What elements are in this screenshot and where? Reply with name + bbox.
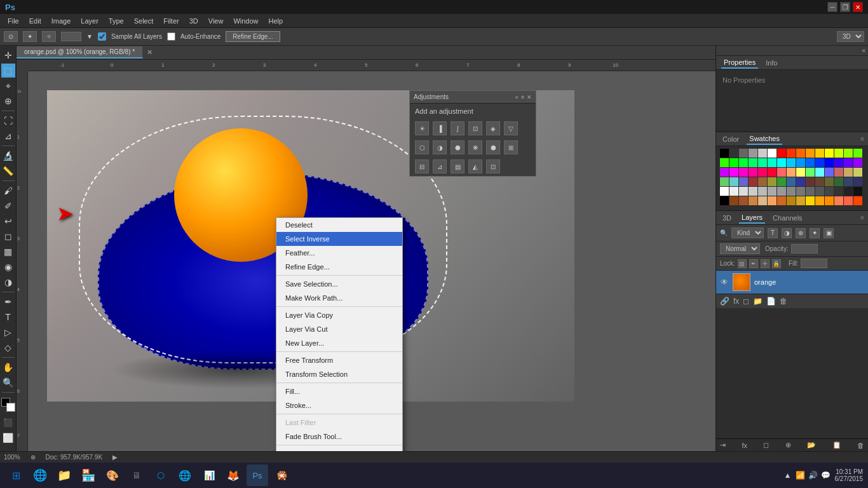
- lock-all-icon[interactable]: 🔒: [772, 259, 781, 268]
- swatch-41[interactable]: [825, 168, 834, 177]
- firefox-icon[interactable]: 🦊: [222, 464, 244, 486]
- swatch-73[interactable]: [844, 187, 853, 196]
- swatch-71[interactable]: [825, 187, 834, 196]
- ctx-fade-brush[interactable]: Fade Brush Tool...: [276, 430, 402, 444]
- layer-row[interactable]: 👁 orange: [716, 271, 868, 294]
- invert-icon[interactable]: ⊞: [504, 140, 518, 154]
- ruler-tool[interactable]: 📏: [1, 164, 15, 178]
- quick-mask-tool[interactable]: ⬛: [1, 416, 15, 430]
- ie-icon[interactable]: 🌐: [29, 464, 51, 486]
- swatch-25[interactable]: [815, 158, 824, 167]
- move-tool[interactable]: ✛: [1, 48, 15, 62]
- photo-filter-icon[interactable]: ⬣: [451, 140, 465, 154]
- tab-info[interactable]: Info: [763, 58, 780, 68]
- swatch-89[interactable]: [853, 196, 862, 205]
- swatch-47[interactable]: [739, 177, 748, 186]
- swatch-16[interactable]: [729, 158, 738, 167]
- swatch-2[interactable]: [739, 149, 748, 158]
- properties-icon[interactable]: fx: [742, 442, 747, 449]
- swatch-60[interactable]: [720, 187, 729, 196]
- text-tool[interactable]: T: [1, 310, 15, 324]
- canvas-tab[interactable]: orange.psd @ 100% (orange, RGB/8) *: [17, 46, 143, 58]
- new-group-icon[interactable]: 📁: [753, 297, 763, 306]
- hand-tool[interactable]: ✋: [1, 360, 15, 374]
- swatch-39[interactable]: [806, 168, 815, 177]
- swatch-14[interactable]: [853, 149, 862, 158]
- swatch-8[interactable]: [796, 149, 805, 158]
- threshold-icon[interactable]: ⊿: [433, 159, 447, 173]
- sample-all-checkbox[interactable]: [98, 32, 106, 41]
- swatch-80[interactable]: [768, 196, 776, 205]
- adj-icon-5[interactable]: ⊡: [486, 159, 500, 173]
- ctx-refine-edge[interactable]: Refine Edge...: [276, 260, 402, 274]
- swatch-83[interactable]: [796, 196, 805, 205]
- swatch-62[interactable]: [739, 187, 748, 196]
- panel-menu-icon[interactable]: ≡: [521, 94, 524, 100]
- layer-name-text[interactable]: orange: [754, 278, 776, 286]
- layers-panel-menu-icon[interactable]: ≡: [860, 214, 864, 221]
- swatch-59[interactable]: [853, 177, 862, 186]
- lock-move-icon[interactable]: ✛: [761, 259, 770, 268]
- swatch-40[interactable]: [815, 168, 824, 177]
- swatch-54[interactable]: [806, 177, 815, 186]
- swatch-74[interactable]: [853, 187, 862, 196]
- fill-input[interactable]: 100%: [801, 259, 827, 268]
- swatch-33[interactable]: [749, 168, 757, 177]
- swatch-69[interactable]: [806, 187, 815, 196]
- path-select-tool[interactable]: ▷: [1, 325, 15, 339]
- swatch-72[interactable]: [834, 187, 843, 196]
- screen-mode-tool[interactable]: ⬜: [1, 431, 15, 445]
- panel-close-icon[interactable]: ✕: [527, 94, 532, 100]
- swatch-78[interactable]: [749, 196, 757, 205]
- swatch-38[interactable]: [796, 168, 805, 177]
- file-explorer-icon[interactable]: 📁: [53, 464, 75, 486]
- swatch-46[interactable]: [729, 177, 738, 186]
- pen-tool[interactable]: ✒: [1, 295, 15, 309]
- swatch-6[interactable]: [777, 149, 786, 158]
- swatch-15[interactable]: [720, 158, 729, 167]
- tab-color[interactable]: Color: [720, 134, 742, 144]
- layers-kind-select[interactable]: Kind: [731, 227, 764, 238]
- gradient-map-icon[interactable]: ▤: [451, 159, 465, 173]
- swatch-75[interactable]: [720, 196, 729, 205]
- menu-item-type[interactable]: Type: [104, 16, 129, 26]
- ctx-deselect[interactable]: Deselect: [276, 218, 402, 232]
- quick-select-tool[interactable]: ⊕: [1, 94, 15, 108]
- swatch-44[interactable]: [853, 168, 862, 177]
- color-icon[interactable]: 🎨: [102, 464, 123, 486]
- stamp-tool[interactable]: ✐: [1, 199, 15, 213]
- swatch-56[interactable]: [825, 177, 834, 186]
- tab-3d[interactable]: 3D: [720, 213, 734, 223]
- layer-mask-icon[interactable]: ◻: [743, 297, 749, 306]
- layer-smart-icon[interactable]: ⊕: [796, 228, 806, 238]
- swatch-26[interactable]: [825, 158, 834, 167]
- swatch-29[interactable]: [853, 158, 862, 167]
- levels-icon[interactable]: ▐: [433, 121, 447, 135]
- menu-item-edit[interactable]: Edit: [24, 16, 46, 26]
- blend-mode-select[interactable]: Normal: [720, 243, 760, 254]
- swatch-1[interactable]: [729, 149, 738, 158]
- swatch-57[interactable]: [834, 177, 843, 186]
- color-swatches[interactable]: [1, 398, 15, 412]
- add-mask-icon[interactable]: ◻: [763, 441, 769, 449]
- shape-tool[interactable]: ◇: [1, 341, 15, 355]
- close-tab-button[interactable]: ✕: [143, 46, 156, 58]
- color-panel-menu-icon[interactable]: ≡: [860, 135, 864, 142]
- ctx-select-inverse[interactable]: Select Inverse: [276, 232, 402, 246]
- network-icon[interactable]: 📶: [796, 470, 806, 480]
- swatch-48[interactable]: [749, 177, 757, 186]
- background-color[interactable]: [6, 403, 15, 412]
- swatch-34[interactable]: [758, 168, 767, 177]
- new-layer-icon[interactable]: 📄: [766, 297, 776, 306]
- eyedropper-tool[interactable]: 🔬: [1, 149, 15, 163]
- swatch-51[interactable]: [777, 177, 786, 186]
- up-arrow-tray[interactable]: ▲: [783, 470, 793, 480]
- photoshop-taskbar-icon[interactable]: Ps: [247, 464, 268, 486]
- history-brush-tool[interactable]: ↩: [1, 214, 15, 228]
- create-new-layer-icon[interactable]: 📋: [832, 441, 841, 449]
- fireworks-icon[interactable]: 🎇: [271, 464, 292, 486]
- swatch-12[interactable]: [834, 149, 843, 158]
- swatch-63[interactable]: [749, 187, 757, 196]
- swatch-77[interactable]: [739, 196, 748, 205]
- menu-item-layer[interactable]: Layer: [76, 16, 104, 26]
